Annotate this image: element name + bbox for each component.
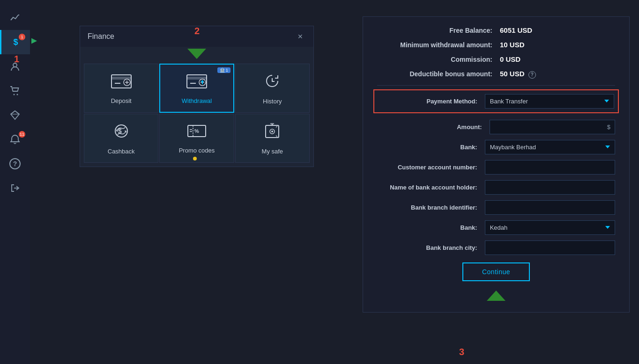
bank-row: Bank: Maybank Berhad CIMB Bank Public Ba… bbox=[377, 140, 615, 154]
bank2-select[interactable]: Kedah Selangor Kuala Lumpur Penang bbox=[485, 220, 615, 235]
safe-label: My safe bbox=[262, 148, 283, 155]
promo-icon: % bbox=[186, 123, 207, 143]
withdrawal-badge: 🏦 1 bbox=[217, 67, 230, 73]
svg-point-3 bbox=[14, 94, 15, 95]
svg-point-4 bbox=[17, 94, 18, 95]
branch-city-label: Bank branch city: bbox=[377, 244, 485, 251]
amount-label: Amount: bbox=[377, 124, 490, 131]
payment-method-select[interactable]: Bank Transfer Credit Card Crypto bbox=[485, 94, 614, 109]
amount-input[interactable] bbox=[490, 120, 615, 134]
svg-text:%: % bbox=[194, 128, 199, 134]
divider bbox=[377, 85, 615, 86]
grid-item-safe[interactable]: My safe bbox=[235, 114, 310, 163]
help-icon: ? bbox=[9, 158, 21, 169]
svg-point-31 bbox=[271, 131, 273, 132]
free-balance-row: Free Balance: 6051 USD bbox=[377, 26, 615, 34]
commission-label: Commission: bbox=[377, 56, 492, 63]
svg-rect-33 bbox=[270, 123, 274, 124]
account-number-row: Customer account number: bbox=[377, 160, 615, 175]
cashback-icon: $ bbox=[112, 122, 131, 144]
finance-icon: $ bbox=[13, 37, 18, 47]
svg-line-29 bbox=[276, 126, 277, 127]
withdrawal-label: Withdrawal bbox=[182, 97, 212, 104]
diamond-icon bbox=[10, 110, 20, 120]
svg-line-30 bbox=[276, 136, 277, 137]
deposit-label: Deposit bbox=[111, 97, 132, 104]
withdrawal-panel: Free Balance: 6051 USD Minimum withdrawa… bbox=[363, 16, 630, 313]
finance-modal-top-arrow bbox=[80, 47, 313, 60]
arrow-up-icon bbox=[487, 291, 505, 301]
sidebar-item-cart[interactable] bbox=[0, 79, 30, 103]
deductible-label: Deductible bonus amount: bbox=[377, 70, 492, 78]
sidebar-item-help[interactable]: ? bbox=[0, 152, 30, 176]
svg-marker-5 bbox=[11, 111, 19, 119]
account-holder-row: Name of bank account holder: bbox=[377, 180, 615, 195]
right-panel-bottom-arrow bbox=[377, 285, 615, 303]
amount-input-wrapper: $ bbox=[490, 120, 615, 134]
finance-grid: Deposit 🏦 1 Withdrawal bbox=[80, 60, 313, 167]
notifications-badge: 11 bbox=[19, 131, 25, 138]
bank-label: Bank: bbox=[377, 144, 485, 151]
continue-button[interactable]: Continue bbox=[462, 262, 530, 281]
notifications-icon bbox=[10, 134, 20, 145]
history-label: History bbox=[263, 98, 282, 105]
safe-icon bbox=[263, 122, 282, 144]
branch-identifier-row: Bank branch identifier: bbox=[377, 200, 615, 215]
withdrawal-icon bbox=[186, 72, 208, 94]
min-withdrawal-row: Minimum withdrawal amount: 10 USD bbox=[377, 41, 615, 49]
cart-icon bbox=[10, 86, 20, 96]
deductible-value: 50 USD ? bbox=[492, 70, 615, 79]
grid-item-deposit[interactable]: Deposit bbox=[84, 64, 158, 113]
logout-icon bbox=[10, 183, 20, 193]
grid-item-withdrawal[interactable]: 🏦 1 Withdrawal bbox=[159, 64, 234, 113]
commission-row: Commission: 0 USD bbox=[377, 55, 615, 63]
finance-modal: Finance ✕ Deposit 🏦 1 bbox=[80, 26, 314, 167]
account-holder-label: Name of bank account holder: bbox=[377, 184, 485, 191]
deductible-row: Deductible bonus amount: 50 USD ? bbox=[377, 70, 615, 79]
history-icon bbox=[263, 72, 282, 94]
amount-dollar-symbol: $ bbox=[607, 124, 610, 131]
finance-badge: 1 bbox=[19, 34, 25, 40]
number-badge-3: 3 bbox=[459, 347, 464, 357]
chart-icon bbox=[10, 13, 20, 23]
arrow-down-icon bbox=[187, 49, 206, 59]
finance-close-button[interactable]: ✕ bbox=[295, 32, 306, 41]
account-number-input[interactable] bbox=[485, 160, 615, 175]
free-balance-value: 6051 USD bbox=[492, 26, 615, 34]
branch-city-input[interactable] bbox=[485, 240, 615, 255]
branch-city-row: Bank branch city: bbox=[377, 240, 615, 255]
svg-marker-1 bbox=[31, 38, 37, 44]
amount-row: Amount: $ bbox=[377, 120, 615, 134]
sidebar-item-chart[interactable] bbox=[0, 6, 30, 30]
payment-method-label: Payment Method: bbox=[378, 98, 485, 105]
sidebar-item-logout[interactable] bbox=[0, 176, 30, 200]
bank2-label: Bank: bbox=[377, 224, 485, 231]
payment-method-row: Payment Method: Bank Transfer Credit Car… bbox=[373, 89, 619, 113]
free-balance-label: Free Balance: bbox=[377, 27, 492, 34]
bank-select[interactable]: Maybank Berhad CIMB Bank Public Bank RHB… bbox=[485, 140, 615, 154]
cashback-label: Cashback bbox=[108, 148, 135, 155]
grid-item-cashback[interactable]: $ Cashback bbox=[84, 114, 158, 163]
promo-label: Promo codes bbox=[179, 147, 215, 154]
promo-dot bbox=[193, 157, 197, 160]
account-number-label: Customer account number: bbox=[377, 164, 485, 171]
number-badge-1: 1 bbox=[14, 54, 19, 65]
sidebar-item-notifications[interactable]: 11 bbox=[0, 127, 30, 152]
sidebar-item-diamond[interactable] bbox=[0, 103, 30, 127]
min-withdrawal-label: Minimum withdrawal amount: bbox=[377, 41, 492, 49]
deductible-help-icon[interactable]: ? bbox=[528, 71, 536, 79]
min-withdrawal-value: 10 USD bbox=[492, 41, 615, 49]
branch-identifier-input[interactable] bbox=[485, 200, 615, 215]
deposit-icon bbox=[110, 72, 133, 94]
branch-identifier-label: Bank branch identifier: bbox=[377, 204, 485, 211]
sidebar-arrow bbox=[31, 37, 40, 48]
sidebar-item-finance[interactable]: $ 1 bbox=[0, 30, 30, 54]
commission-value: 0 USD bbox=[492, 55, 615, 63]
grid-item-history[interactable]: History bbox=[235, 64, 310, 113]
account-holder-input[interactable] bbox=[485, 180, 615, 195]
bank2-row: Bank: Kedah Selangor Kuala Lumpur Penang bbox=[377, 220, 615, 235]
number-badge-2: 2 bbox=[194, 26, 200, 36]
grid-item-promo[interactable]: % Promo codes bbox=[159, 114, 234, 163]
continue-btn-container: Continue bbox=[377, 262, 615, 281]
finance-modal-title: Finance bbox=[88, 32, 114, 41]
